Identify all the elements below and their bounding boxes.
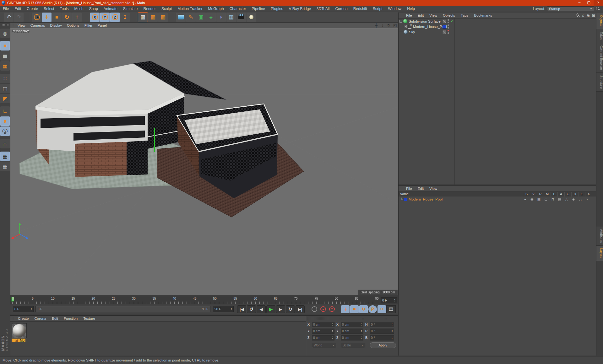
layer-color-swatch[interactable] <box>404 198 407 201</box>
solo-icon[interactable]: ● <box>522 197 529 201</box>
pos-z-field[interactable]: 0 cm▲▼ <box>312 335 334 340</box>
tab-structure[interactable]: Structure <box>596 73 603 92</box>
scale-mode-dropdown[interactable]: Scale▼ <box>341 343 365 348</box>
toggle-views-icon[interactable]: ◱ <box>392 23 398 28</box>
lock-icon[interactable]: ⊓ <box>549 197 556 201</box>
rot-h-field[interactable]: 0 °▲▼ <box>370 322 394 327</box>
render-icon[interactable]: ▦ <box>535 197 542 201</box>
minimize-button[interactable]: – <box>575 0 584 6</box>
col-a[interactable]: A <box>557 192 564 196</box>
workplane-mode-button[interactable]: ▦ <box>0 61 10 71</box>
om-menu-view[interactable]: View <box>426 13 440 17</box>
ruler-frame-field[interactable]: 0 F ▲▼ <box>381 297 397 303</box>
menu-select[interactable]: Select <box>41 6 57 12</box>
expand-icon[interactable]: + <box>404 25 407 28</box>
camera-label[interactable]: Perspective <box>12 29 30 33</box>
timeline-window-button[interactable]: ▤ <box>386 305 396 313</box>
key-parameter-button[interactable]: P <box>368 305 377 313</box>
lock-y-axis-button[interactable]: Y <box>100 13 110 22</box>
animation-icon[interactable]: ▤ <box>556 197 563 201</box>
layer-row-modern-house-pool[interactable]: └ Modern_House_Pool ● ◉ ▦ ⊏ ⊓ ▤ △ ◈ ◡ × <box>399 196 596 202</box>
render-settings-button[interactable]: ▨ <box>158 13 168 22</box>
tab-content-browser[interactable]: Content Browser <box>596 43 603 73</box>
material-name[interactable]: mat_Mo <box>12 339 25 342</box>
mat-menu-edit[interactable]: Edit <box>49 317 61 320</box>
workplane-lock-button[interactable]: ▦ <box>0 152 10 161</box>
make-editable-button[interactable]: ◍ <box>0 29 10 38</box>
play-button[interactable]: ▶ <box>266 305 275 313</box>
col-g[interactable]: G <box>564 192 571 196</box>
menu-edit[interactable]: Edit <box>12 6 24 12</box>
points-mode-button[interactable]: ∷ <box>0 74 10 83</box>
object-row-subdivision-surface[interactable]: + Subdivision Surface ✓ <box>399 19 596 24</box>
lm-menu-view[interactable]: View <box>426 187 440 190</box>
record-keyframe-button[interactable]: ● <box>319 305 327 313</box>
om-menu-file[interactable]: File <box>403 13 415 17</box>
pos-y-field[interactable]: 0 cm▲▼ <box>312 329 334 334</box>
scale-tool-button[interactable]: ■ <box>52 13 62 22</box>
col-x[interactable]: X <box>585 192 592 196</box>
menu-snap[interactable]: Snap <box>86 6 101 12</box>
object-name[interactable]: Subdivision Surface <box>409 19 441 23</box>
menu-character[interactable]: Character <box>227 6 249 12</box>
timeline-ruler[interactable]: 0 5 10 15 20 25 30 35 40 45 50 55 60 65 … <box>10 296 379 304</box>
menu-render[interactable]: Render <box>141 6 159 12</box>
viewport-canvas[interactable] <box>10 28 398 295</box>
col-r[interactable]: R <box>537 192 544 196</box>
material-thumbnail[interactable] <box>12 323 27 338</box>
om-eye-icon[interactable]: ◉ <box>586 13 589 18</box>
tab-takes[interactable]: Takes <box>596 29 603 43</box>
previous-frame-button[interactable]: ◀ <box>257 305 266 313</box>
om-menu-bookmarks[interactable]: Bookmarks <box>471 13 495 17</box>
size-x-field[interactable]: 0 cm▲▼ <box>341 322 363 327</box>
environment-button[interactable]: ▦ <box>226 13 236 22</box>
col-e[interactable]: E <box>578 192 585 196</box>
size-y-field[interactable]: 0 cm▲▼ <box>341 329 363 334</box>
apply-button[interactable]: Apply <box>370 342 396 348</box>
coordinate-system-button[interactable]: ↥ <box>120 13 130 22</box>
close-button[interactable]: × <box>594 0 603 6</box>
vp-menu-display[interactable]: Display <box>47 24 64 27</box>
magnet-tool-button[interactable]: ∩ <box>0 139 10 148</box>
render-view-button[interactable]: ▨ <box>138 13 148 22</box>
autokey-button[interactable]: ? <box>328 305 336 313</box>
render-picture-viewer-button[interactable]: ▨ <box>148 13 158 22</box>
menu-help[interactable]: Help <box>404 6 418 12</box>
menu-tools[interactable]: Tools <box>57 6 71 12</box>
layout-dropdown[interactable]: Startup ▼ <box>547 6 594 11</box>
preview-range-slider[interactable]: 0 F 90 F <box>35 306 210 312</box>
menu-motion-tracker[interactable]: Motion Tracker <box>175 6 205 12</box>
lm-menu-edit[interactable]: Edit <box>415 187 427 190</box>
object-row-sky[interactable]: Sky <box>399 29 596 35</box>
menu-sculpt[interactable]: Sculpt <box>159 6 175 12</box>
col-s[interactable]: S <box>523 192 530 196</box>
name-column-header[interactable]: Name <box>399 192 409 196</box>
layer-name[interactable]: Modern_House_Pool <box>409 197 443 201</box>
maximize-button[interactable]: ▢ <box>584 0 594 6</box>
keyframe-selection-button[interactable] <box>310 305 318 313</box>
xref-icon[interactable]: × <box>584 197 591 201</box>
visibility-dots[interactable] <box>448 30 449 35</box>
key-scale-button[interactable]: ■ <box>350 305 359 313</box>
vp-menu-view[interactable]: View <box>15 24 28 27</box>
toolbar-grip[interactable] <box>2 24 8 26</box>
menu-vray[interactable]: V-Ray Bridge <box>286 6 314 12</box>
last-tool-button[interactable]: + <box>72 13 82 22</box>
visibility-dots[interactable] <box>448 19 449 24</box>
mat-menu-texture[interactable]: Texture <box>80 317 98 320</box>
perspective-viewport[interactable]: Perspective Grid Spacing : 1000 cm <box>10 28 398 295</box>
col-d[interactable]: D <box>571 192 578 196</box>
texture-tag-icon[interactable] <box>443 19 446 23</box>
material-item[interactable]: mat_Mo <box>12 323 27 342</box>
stepper-icon[interactable]: ▲▼ <box>231 308 232 311</box>
om-search-icon[interactable] <box>576 13 580 17</box>
expressions-icon[interactable]: ◡ <box>577 197 584 201</box>
texture-mode-button[interactable]: ▩ <box>0 51 10 61</box>
menu-corona[interactable]: Corona <box>332 6 350 12</box>
spline-pen-button[interactable]: ✎ <box>186 13 196 22</box>
current-frame-field[interactable]: 0 F ▲▼ <box>13 306 34 312</box>
visibility-dots[interactable] <box>448 24 449 29</box>
tab-attributes[interactable]: Attributes <box>596 227 603 246</box>
play-backwards-button[interactable]: ↺ <box>247 305 256 313</box>
object-name[interactable]: Modern_House_Pool <box>413 25 447 29</box>
